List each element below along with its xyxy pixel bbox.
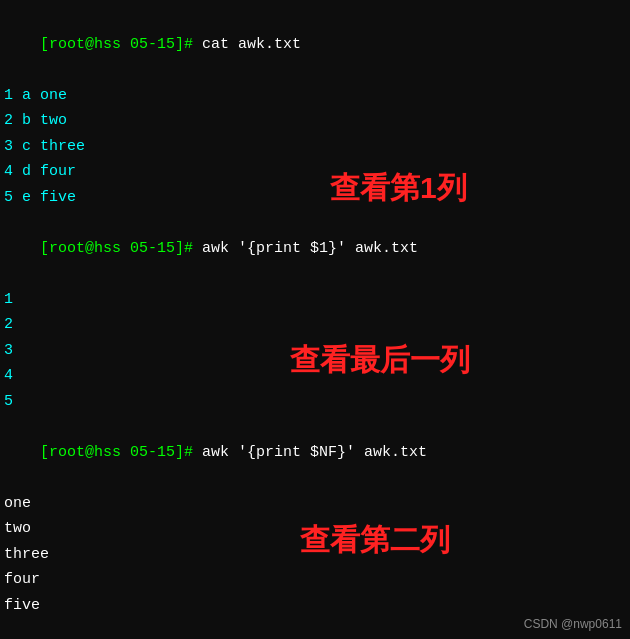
- output-1e: 5 e five: [4, 185, 626, 211]
- line-1: [root@hss 05-15]# cat awk.txt: [4, 6, 626, 83]
- output-1a: 1 a one: [4, 83, 626, 109]
- line-2: [root@hss 05-15]# awk '{print $1}' awk.t…: [4, 210, 626, 287]
- annotation-col2: 查看第二列: [300, 520, 450, 561]
- output-1d: 4 d four: [4, 159, 626, 185]
- output-3d: four: [4, 567, 626, 593]
- prompt-2: [root@hss 05-15]#: [40, 240, 202, 257]
- terminal: [root@hss 05-15]# cat awk.txt 1 a one 2 …: [0, 0, 630, 639]
- output-3e: five: [4, 593, 626, 619]
- output-3a: one: [4, 491, 626, 517]
- prompt-1: [root@hss 05-15]#: [40, 36, 202, 53]
- cmd-2: awk '{print $1}' awk.txt: [202, 240, 418, 257]
- output-2e: 5: [4, 389, 626, 415]
- annotation-last-col: 查看最后一列: [290, 340, 470, 381]
- line-3: [root@hss 05-15]# awk '{print $NF}' awk.…: [4, 414, 626, 491]
- annotation-col1: 查看第1列: [330, 168, 467, 209]
- cmd-1: cat awk.txt: [202, 36, 301, 53]
- watermark: CSDN @nwp0611: [524, 617, 622, 631]
- output-2b: 2: [4, 312, 626, 338]
- output-1b: 2 b two: [4, 108, 626, 134]
- cmd-3: awk '{print $NF}' awk.txt: [202, 444, 427, 461]
- output-2a: 1: [4, 287, 626, 313]
- prompt-3: [root@hss 05-15]#: [40, 444, 202, 461]
- output-1c: 3 c three: [4, 134, 626, 160]
